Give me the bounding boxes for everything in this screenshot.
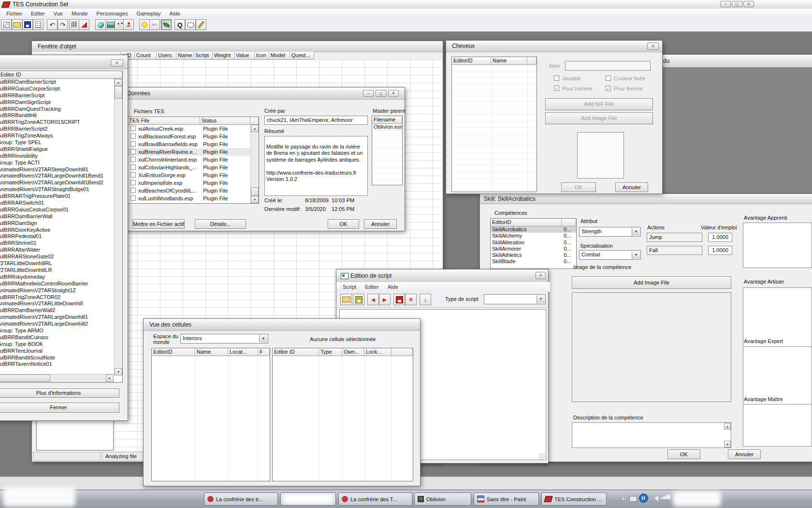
file-row[interactable]: xulImperialIsle.esp Plugin File bbox=[128, 179, 251, 187]
file-checkbox[interactable] bbox=[130, 188, 136, 193]
list-item[interactable]: xulBRRDamBarrierScript bbox=[0, 79, 114, 86]
list-item[interactable]: xulBRRTrigZoneAlways bbox=[0, 133, 114, 139]
vegetation-icon[interactable] bbox=[161, 19, 172, 30]
script-type-dropdown[interactable]: ▼ bbox=[484, 294, 546, 304]
list-item[interactable]: xulBRRAltarWater bbox=[0, 247, 114, 254]
taskbar-item-confrerie-2[interactable]: La confrérie des T... bbox=[338, 493, 412, 506]
scroll-up-icon[interactable]: ▲ bbox=[251, 125, 259, 132]
list-item[interactable]: xulBRRDoorKeyActive bbox=[0, 227, 114, 234]
skill-row[interactable]: SkillBlade 0... bbox=[491, 258, 576, 265]
tray-volume-icon[interactable] bbox=[652, 495, 658, 501]
list-item[interactable]: xulBRRBarrierScript2 bbox=[0, 126, 114, 133]
dialogue-icon[interactable] bbox=[185, 19, 196, 30]
list-item[interactable]: xulBRRTrigZoneACTOR02 bbox=[0, 294, 114, 301]
havok-icon[interactable]: HK bbox=[123, 19, 134, 30]
details-vscrollbar[interactable]: ▲ ▼ bbox=[114, 79, 122, 375]
details-hscrollbar[interactable]: ► bbox=[0, 374, 114, 382]
file-checkbox[interactable] bbox=[130, 126, 136, 131]
file-row[interactable]: xulBrenaRiverRavine.e... Plugin File bbox=[128, 148, 251, 156]
scroll-down-icon[interactable]: ▼ bbox=[724, 441, 731, 448]
playable-checkbox[interactable] bbox=[554, 75, 559, 81]
save-script-icon[interactable] bbox=[353, 294, 364, 305]
list-item[interactable]: AnimatedRiversV2TARStraight1Z bbox=[0, 287, 114, 294]
fixed-color-checkbox[interactable] bbox=[606, 75, 611, 81]
files-scrollbar[interactable]: ▲ ▼ bbox=[250, 125, 259, 203]
column-header[interactable]: Weight bbox=[213, 52, 234, 60]
angle-snap-icon[interactable] bbox=[79, 19, 89, 30]
action-1-field[interactable]: Jump bbox=[647, 233, 702, 242]
edit-icon[interactable] bbox=[196, 19, 206, 30]
script-close-icon[interactable]: × bbox=[536, 272, 546, 279]
set-active-file-button[interactable]: Mettre en Fichier actif bbox=[132, 219, 185, 229]
column-header[interactable]: Locat... bbox=[228, 348, 258, 356]
list-item[interactable]: xulBRRGaiusCorpseScript bbox=[0, 86, 114, 92]
taskbar-item-paint[interactable]: Sans titre - Paint bbox=[474, 493, 539, 506]
scroll-up-icon[interactable]: ▲ bbox=[115, 79, 122, 86]
data-merge-icon[interactable] bbox=[1, 19, 12, 30]
male-checkbox[interactable]: ✓ bbox=[554, 86, 559, 91]
close-icon[interactable]: × bbox=[111, 60, 123, 67]
name-field[interactable] bbox=[565, 61, 651, 71]
app-titlebar[interactable]: TES Construction Set – ▢ × bbox=[0, 0, 812, 9]
scroll-right-icon[interactable]: ► bbox=[106, 374, 114, 382]
file-checkbox[interactable] bbox=[130, 172, 136, 178]
skill-row[interactable]: SkillAlteration 0... bbox=[491, 239, 576, 246]
maximize-button[interactable]: ▢ bbox=[732, 1, 742, 7]
list-item[interactable]: xulBRRTrigZoneACTOR01SCRIPT bbox=[0, 119, 114, 126]
undo-icon[interactable]: ↶ bbox=[47, 19, 58, 30]
chevron-down-icon[interactable]: ▼ bbox=[259, 335, 267, 343]
list-item[interactable]: xulBRRDamBarrierWall bbox=[0, 213, 114, 220]
maximize-icon[interactable]: ▢ bbox=[376, 90, 386, 97]
tray-media-icon[interactable] bbox=[639, 493, 648, 503]
use-value-2-field[interactable]: 1.0000 bbox=[708, 246, 732, 255]
list-item[interactable]: xulBRRInvisibility bbox=[0, 153, 114, 160]
summary-field[interactable]: Modifie le paysage du ravin de la rivièr… bbox=[264, 136, 368, 196]
save-close-icon[interactable]: ↓ bbox=[420, 294, 431, 305]
file-checkbox[interactable] bbox=[130, 195, 136, 201]
close-button[interactable]: × bbox=[743, 1, 754, 7]
list-item[interactable]: xulBRRBanditCuirass bbox=[0, 334, 114, 341]
list-item[interactable]: xulBRRGaiusCestusCorpse01 bbox=[0, 207, 114, 213]
list-item[interactable]: V2TARLittleDownhillLR bbox=[0, 267, 114, 274]
close-list-button[interactable]: Fermer bbox=[0, 403, 119, 413]
data-cancel-button[interactable]: Annuler bbox=[364, 219, 397, 229]
file-checkbox[interactable] bbox=[130, 134, 136, 139]
file-column-header[interactable]: TES File bbox=[128, 117, 200, 125]
cell-view-titlebar[interactable]: Vue des cellules bbox=[144, 319, 420, 331]
list-item[interactable]: xulBRRARSwitch01 bbox=[0, 200, 114, 207]
list-item[interactable]: AnimatedRiversV2TARStraightBulge01 bbox=[0, 186, 114, 193]
list-item[interactable]: AnimatedRiversV2TARSteepDownhill1 bbox=[0, 166, 114, 173]
skill-dialog-titlebar[interactable]: Skill: SkillAcrobatics bbox=[480, 194, 812, 204]
list-item[interactable]: xulBRRBanditHit bbox=[0, 112, 114, 119]
list-item[interactable]: xulBRRDamSignScript bbox=[0, 99, 114, 106]
file-checkbox[interactable] bbox=[130, 141, 136, 147]
list-item[interactable]: AnimatedRiversV2TARLargeDownhill2 bbox=[0, 321, 114, 328]
column-header[interactable]: Name bbox=[176, 52, 194, 60]
file-row[interactable]: xulBeachesOfCyrodiilL... Plugin File bbox=[128, 187, 251, 194]
save-icon[interactable] bbox=[22, 19, 33, 30]
tray-expand-icon[interactable]: ▲ bbox=[622, 496, 625, 501]
skill-row[interactable]: SkillArmorer 0... bbox=[491, 246, 576, 252]
script-menu-item[interactable]: Aide bbox=[383, 282, 403, 292]
skill-row[interactable]: SkillAlchemy 0... bbox=[491, 233, 576, 239]
close-icon[interactable]: × bbox=[647, 43, 659, 50]
menu-item[interactable]: Monde bbox=[67, 9, 92, 18]
skill-cancel-button[interactable]: Annuler bbox=[728, 449, 761, 459]
file-checkbox[interactable] bbox=[130, 180, 136, 185]
hair-name-column[interactable]: Name bbox=[491, 57, 527, 65]
column-header[interactable]: F bbox=[258, 348, 270, 356]
list-item[interactable]: xulBRRShieldFatigue bbox=[0, 146, 114, 153]
menu-item[interactable]: Gameplay bbox=[132, 9, 165, 18]
column-header[interactable]: EditorID bbox=[152, 348, 195, 356]
script-menu-item[interactable]: Script bbox=[338, 282, 361, 292]
file-row[interactable]: xulColovianHighlands_... Plugin File bbox=[128, 164, 251, 171]
chevron-down-icon[interactable]: ▼ bbox=[632, 251, 640, 259]
apprentice-box[interactable] bbox=[743, 223, 812, 268]
hair-dialog-titlebar[interactable]: Cheveux × bbox=[446, 41, 662, 52]
open-icon[interactable] bbox=[12, 19, 22, 30]
scroll-up-icon[interactable]: ▲ bbox=[724, 423, 731, 430]
file-row[interactable]: xulChorrolHinterland.esp Plugin File bbox=[128, 156, 251, 164]
female-checkbox[interactable]: ✓ bbox=[606, 86, 611, 91]
recompile-all-icon[interactable] bbox=[393, 294, 405, 305]
menu-item[interactable]: Aide bbox=[165, 9, 185, 18]
